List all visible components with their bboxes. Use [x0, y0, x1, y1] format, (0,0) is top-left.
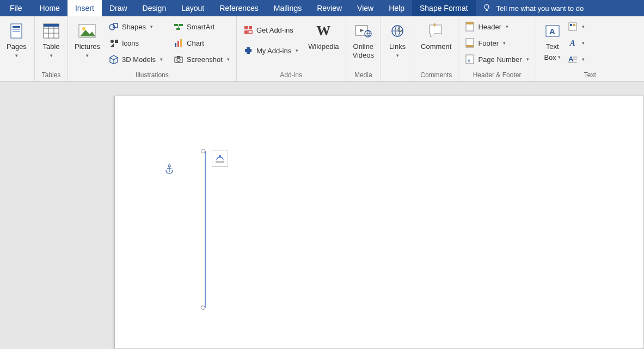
svg-rect-37 — [466, 22, 474, 24]
tab-view[interactable]: View — [349, 0, 381, 16]
chevron-down-icon: ▾ — [160, 57, 163, 62]
lightbulb-icon — [482, 3, 491, 14]
svg-rect-25 — [177, 56, 180, 58]
svg-point-13 — [109, 24, 115, 30]
anchor-icon — [165, 164, 174, 176]
tab-file[interactable]: File — [0, 0, 32, 16]
svg-rect-4 — [13, 31, 20, 32]
pages-button[interactable]: Pages ▾ — [3, 20, 30, 60]
group-tables-label: Tables — [35, 70, 68, 81]
quick-parts-button[interactable]: ▾ — [567, 20, 586, 34]
chevron-down-icon: ▾ — [582, 24, 585, 29]
table-icon — [42, 22, 60, 40]
svg-point-15 — [111, 40, 114, 43]
ribbon-tabs: File Home Insert Draw Design Layout Refe… — [0, 0, 644, 16]
tab-review[interactable]: Review — [309, 0, 349, 16]
wikipedia-label: Wikipedia — [308, 42, 339, 51]
svg-rect-3 — [13, 29, 20, 30]
tab-home[interactable]: Home — [32, 0, 68, 16]
link-icon — [388, 22, 407, 40]
header-icon — [465, 22, 475, 32]
my-addins-label: My Add-ins — [256, 47, 291, 55]
shapes-button[interactable]: Shapes ▾ — [106, 20, 166, 34]
get-addins-label: Get Add-ins — [256, 26, 293, 34]
svg-rect-45 — [570, 24, 572, 26]
group-media-label: Media — [346, 70, 381, 81]
svg-point-55 — [219, 155, 221, 157]
group-links-label — [381, 77, 414, 81]
tab-design[interactable]: Design — [135, 0, 174, 16]
chevron-down-icon: ▾ — [582, 40, 585, 46]
tab-layout[interactable]: Layout — [174, 0, 212, 16]
layout-options-button[interactable] — [212, 151, 228, 167]
links-button[interactable]: Links ▾ — [384, 20, 410, 60]
chevron-down-icon: ▾ — [150, 24, 153, 29]
table-button[interactable]: Table ▾ — [38, 20, 64, 60]
footer-button[interactable]: Footer ▾ — [462, 36, 532, 50]
chart-label: Chart — [187, 39, 204, 47]
shapes-icon — [109, 22, 119, 32]
online-videos-label-2: Videos — [353, 51, 375, 60]
comment-label: Comment — [421, 42, 451, 51]
chevron-down-icon: ▾ — [86, 53, 89, 58]
tab-insert[interactable]: Insert — [68, 0, 102, 16]
svg-point-12 — [82, 27, 85, 30]
svg-rect-19 — [176, 28, 180, 30]
pictures-button[interactable]: Pictures ▾ — [71, 20, 103, 60]
group-addins-label: Add-ins — [237, 70, 346, 81]
pages-label: Pages — [7, 42, 27, 51]
smartart-button[interactable]: SmartArt — [170, 20, 233, 34]
page-icon — [7, 22, 26, 40]
dropcap-icon: A — [568, 54, 578, 64]
icons-label: Icons — [122, 39, 139, 47]
text-box-label-1: Text — [546, 42, 559, 51]
tab-shape-format[interactable]: Shape Format — [412, 0, 476, 16]
video-icon — [354, 22, 372, 40]
3d-models-button[interactable]: 3D Models ▾ — [106, 52, 166, 66]
online-videos-label-1: Online — [353, 42, 374, 51]
text-box-label-2: Box — [544, 53, 556, 62]
header-button[interactable]: Header ▾ — [462, 20, 532, 34]
pictures-label: Pictures — [75, 42, 100, 51]
page-number-button[interactable]: # Page Number ▾ — [462, 52, 532, 66]
tab-help[interactable]: Help — [381, 0, 412, 16]
svg-rect-46 — [573, 24, 575, 26]
get-addins-button[interactable]: Get Add-ins — [240, 23, 302, 37]
document-page[interactable] — [114, 96, 644, 349]
document-workarea[interactable] — [0, 82, 644, 349]
resize-handle-bottom[interactable] — [201, 306, 205, 310]
svg-rect-16 — [115, 40, 118, 43]
wordart-icon: A — [568, 38, 578, 48]
drop-cap-button[interactable]: A▾ — [567, 52, 586, 66]
resize-handle-top[interactable] — [201, 149, 205, 153]
textbox-icon: A — [543, 22, 562, 40]
pictures-icon — [78, 22, 96, 40]
selected-line-shape[interactable] — [203, 149, 207, 311]
comment-button[interactable]: + Comment — [418, 20, 455, 53]
my-addins-button[interactable]: My Add-ins ▾ — [240, 43, 302, 58]
online-videos-button[interactable]: Online Videos — [349, 20, 378, 61]
tab-references[interactable]: References — [212, 0, 266, 16]
wikipedia-icon: W — [314, 22, 333, 40]
tab-draw[interactable]: Draw — [102, 0, 135, 16]
chart-button[interactable]: Chart — [170, 36, 233, 50]
text-box-button[interactable]: A Text Box▾ — [539, 20, 566, 64]
svg-rect-2 — [13, 26, 20, 28]
table-label: Table — [42, 42, 59, 51]
tab-mailings[interactable]: Mailings — [266, 0, 309, 16]
svg-rect-22 — [180, 39, 182, 47]
wordart-button[interactable]: A▾ — [567, 36, 586, 50]
svg-text:A: A — [568, 55, 574, 63]
tell-me-search[interactable]: Tell me what you want to do — [476, 3, 644, 14]
svg-point-51 — [168, 165, 170, 167]
svg-rect-20 — [175, 43, 176, 47]
header-label: Header — [478, 23, 501, 31]
chevron-down-icon: ▾ — [15, 53, 18, 58]
wikipedia-button[interactable]: W Wikipedia — [305, 20, 342, 53]
screenshot-label: Screenshot — [187, 55, 223, 64]
svg-rect-26 — [244, 26, 248, 29]
chart-icon — [174, 38, 183, 48]
icons-button[interactable]: Icons — [106, 36, 166, 50]
ribbon: Pages ▾ Table ▾ Tables Pictures — [0, 16, 644, 82]
screenshot-button[interactable]: Screenshot ▾ — [170, 52, 233, 66]
